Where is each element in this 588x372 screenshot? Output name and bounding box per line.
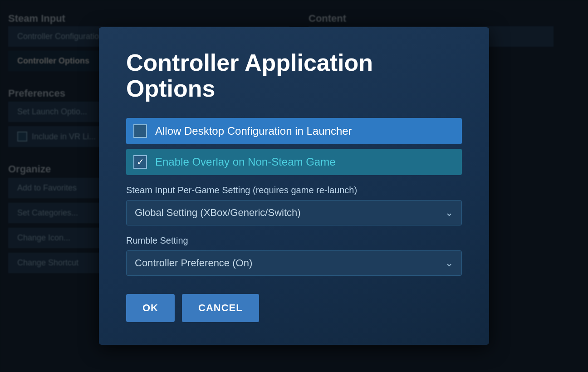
rumble-dropdown-text: Controller Preference (On) [135,257,252,269]
rumble-dropdown[interactable]: Controller Preference (On) ⌄ [126,250,462,276]
steam-input-dropdown-arrow: ⌄ [445,207,453,219]
allow-desktop-config-checkbox[interactable] [133,124,147,138]
rumble-setting-label: Rumble Setting [126,235,462,246]
enable-overlay-checkbox[interactable]: ✓ [133,155,147,169]
ok-button[interactable]: OK [126,294,175,322]
allow-desktop-config-label: Allow Desktop Configuration in Launcher [155,125,352,137]
cancel-button[interactable]: CANCEL [182,294,259,322]
modal-title: Controller Application Options [126,50,462,102]
button-row: OK CANCEL [126,294,462,322]
enable-overlay-row[interactable]: ✓ Enable Overlay on Non-Steam Game [126,149,462,175]
modal-overlay: Controller Application Options Allow Des… [0,0,588,372]
enable-overlay-label: Enable Overlay on Non-Steam Game [155,156,336,168]
steam-input-dropdown[interactable]: Global Setting (XBox/Generic/Switch) ⌄ [126,200,462,225]
steam-input-dropdown-text: Global Setting (XBox/Generic/Switch) [135,207,301,219]
steam-input-per-game-label: Steam Input Per-Game Setting (requires g… [126,185,462,196]
allow-desktop-config-row[interactable]: Allow Desktop Configuration in Launcher [126,118,462,144]
rumble-dropdown-arrow: ⌄ [445,257,453,269]
modal-dialog: Controller Application Options Allow Des… [99,27,489,345]
